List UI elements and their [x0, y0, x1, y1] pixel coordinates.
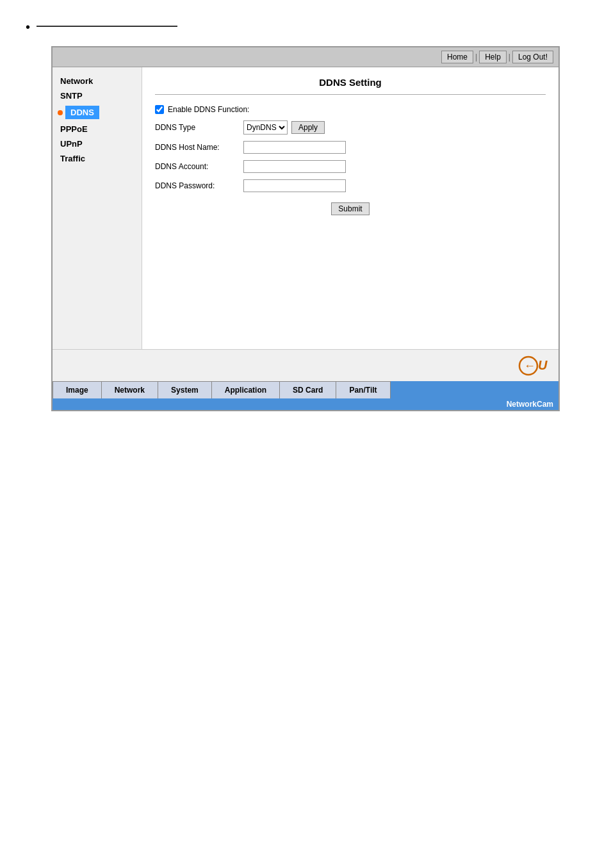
ddns-type-value-area: DynDNS Apply	[243, 120, 325, 135]
ddns-hostname-row: DDNS Host Name:	[155, 141, 546, 154]
sidebar-item-traffic[interactable]: Traffic	[53, 151, 142, 166]
bullet-dot: •	[26, 20, 30, 33]
ddns-password-value-area	[243, 179, 346, 192]
tab-application[interactable]: Application	[212, 381, 280, 398]
ddns-account-row: DDNS Account:	[155, 160, 546, 173]
help-button[interactable]: Help	[479, 51, 507, 63]
sidebar-item-pppoe[interactable]: PPPoE	[53, 122, 142, 136]
submit-button[interactable]: Submit	[331, 202, 369, 215]
ddns-account-input[interactable]	[243, 160, 346, 173]
enable-ddns-value: Enable DDNS Function:	[155, 105, 249, 114]
submit-row: Submit	[155, 202, 546, 215]
sidebar: Network SNTP DDNS PPPoE UPnP Traffic	[53, 67, 142, 349]
svg-text:←: ←	[524, 359, 535, 372]
ddns-hostname-value-area	[243, 141, 346, 154]
sidebar-item-network[interactable]: Network	[53, 74, 142, 88]
sidebar-item-upnp[interactable]: UPnP	[53, 136, 142, 151]
sidebar-item-ddns[interactable]: DDNS	[65, 106, 99, 119]
ddns-type-row: DDNS Type DynDNS Apply	[155, 120, 546, 135]
ddns-account-label: DDNS Account:	[155, 162, 238, 171]
apply-button[interactable]: Apply	[291, 121, 325, 134]
enable-ddns-row: Enable DDNS Function:	[155, 105, 546, 114]
tab-sdcard[interactable]: SD Card	[280, 381, 336, 398]
main-container: Home | Help | Log Out! Network SNTP DDNS…	[51, 46, 560, 411]
ddns-type-label: DDNS Type	[155, 123, 238, 132]
enable-ddns-label: Enable DDNS Function:	[168, 105, 249, 114]
footer-bar: NetworkCam	[53, 398, 558, 410]
ddns-hostname-input[interactable]	[243, 141, 346, 154]
networkcam-logo: ←U	[517, 354, 549, 377]
ddns-password-label: DDNS Password:	[155, 181, 238, 190]
svg-text:U: U	[538, 358, 548, 372]
enable-ddns-checkbox[interactable]	[155, 105, 164, 114]
tab-network[interactable]: Network	[102, 381, 158, 398]
logout-button[interactable]: Log Out!	[512, 51, 553, 63]
bottom-nav: Image Network System Application SD Card…	[53, 381, 558, 398]
content-area: Network SNTP DDNS PPPoE UPnP Traffic	[53, 67, 558, 349]
bullet-line	[37, 26, 177, 27]
brand-label: NetworkCam	[507, 400, 553, 409]
sidebar-ddns-row[interactable]: DDNS	[53, 103, 142, 122]
ddns-hostname-label: DDNS Host Name:	[155, 143, 238, 152]
ddns-account-value-area	[243, 160, 346, 173]
sidebar-item-sntp[interactable]: SNTP	[53, 88, 142, 103]
home-button[interactable]: Home	[441, 51, 473, 63]
tab-system[interactable]: System	[158, 381, 212, 398]
active-dot-icon	[58, 110, 63, 115]
tab-image[interactable]: Image	[53, 381, 102, 398]
tab-pantilt[interactable]: Pan/Tilt	[336, 381, 390, 398]
title-divider	[155, 94, 546, 95]
page-title: DDNS Setting	[155, 77, 546, 88]
bullet-section: •	[0, 0, 611, 40]
ddns-password-input[interactable]	[243, 179, 346, 192]
bottom-area: 𝓊 ←U	[53, 349, 558, 381]
top-bar: Home | Help | Log Out!	[53, 47, 558, 67]
form-area: DDNS Setting Enable DDNS Function: DDNS …	[142, 67, 558, 349]
ddns-password-row: DDNS Password:	[155, 179, 546, 192]
divider1: |	[475, 53, 477, 61]
ddns-type-select[interactable]: DynDNS	[243, 120, 288, 135]
divider2: |	[509, 53, 510, 61]
